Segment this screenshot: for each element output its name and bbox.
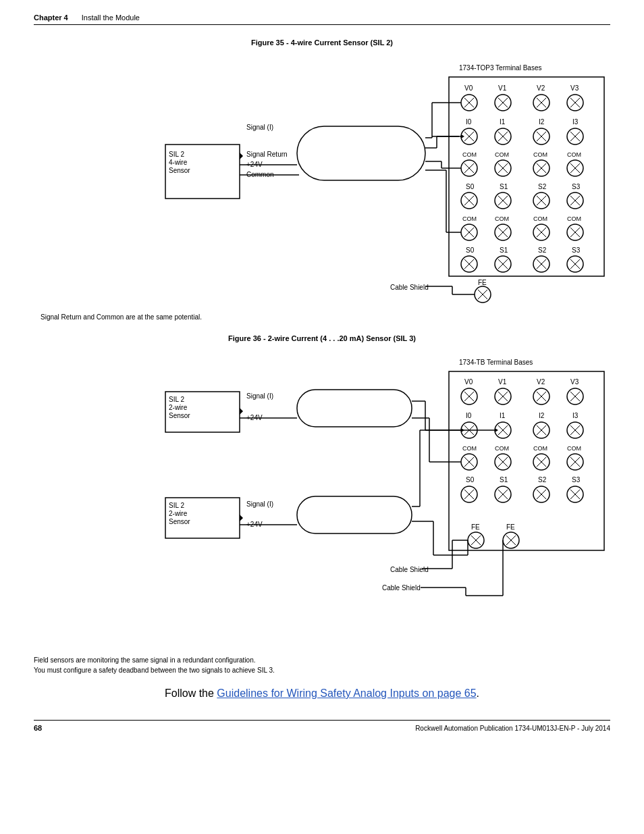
- svg-marker-215: [240, 408, 243, 415]
- chapter-title: Install the Module: [82, 14, 140, 22]
- figure35-title: Figure 35 - 4-wire Current Sensor (SIL 2…: [34, 38, 610, 47]
- follow-suffix: .: [477, 687, 479, 699]
- svg-text:S2: S2: [538, 476, 547, 484]
- svg-text:Sensor: Sensor: [169, 412, 190, 419]
- svg-text:SIL 2: SIL 2: [169, 151, 184, 158]
- publication-info: Rockwell Automation Publication 1734-UM0…: [415, 725, 610, 732]
- svg-text:COM: COM: [462, 151, 477, 158]
- svg-text:Signal (I): Signal (I): [246, 124, 273, 131]
- caption36-line2: You must configure a safety deadband bet…: [34, 667, 610, 674]
- svg-marker-230: [240, 515, 243, 521]
- page-header: Chapter 4 Install the Module: [34, 14, 610, 25]
- svg-text:S3: S3: [572, 476, 581, 484]
- svg-text:Signal (I): Signal (I): [246, 392, 273, 400]
- svg-text:S0: S0: [466, 183, 475, 190]
- svg-rect-107: [297, 126, 425, 180]
- svg-text:Signal Return: Signal Return: [246, 151, 288, 158]
- svg-rect-216: [297, 390, 412, 427]
- svg-text:V3: V3: [570, 84, 579, 92]
- figure36-title: Figure 36 - 2-wire Current (4 . . .20 mA…: [34, 334, 610, 342]
- svg-text:S0: S0: [466, 246, 475, 254]
- svg-text:COM: COM: [495, 215, 509, 222]
- svg-text:I1: I1: [500, 118, 506, 126]
- svg-text:COM: COM: [567, 215, 581, 222]
- terminal-label-35: 1734-TOP3 Terminal Bases: [459, 64, 541, 72]
- svg-text:V2: V2: [537, 84, 545, 92]
- figure36-diagram: 1734-TB Terminal Bases V0 V1 V2 V3 I0 I1: [34, 353, 610, 650]
- svg-text:FE: FE: [506, 523, 515, 531]
- chapter-label: Chapter 4: [34, 14, 68, 22]
- svg-text:Cable Shield: Cable Shield: [382, 584, 421, 592]
- svg-text:S3: S3: [572, 246, 581, 254]
- svg-text:COM: COM: [462, 215, 477, 222]
- svg-text:COM: COM: [567, 445, 581, 452]
- svg-text:S1: S1: [500, 476, 508, 484]
- svg-text:SIL 2: SIL 2: [169, 396, 184, 403]
- svg-text:Sensor: Sensor: [169, 518, 190, 525]
- guidelines-link[interactable]: Guidelines for Wiring Safety Analog Inpu…: [217, 687, 476, 699]
- svg-text:V1: V1: [498, 84, 507, 92]
- svg-text:COM: COM: [462, 445, 477, 452]
- figure35-diagram: 1734-TOP3 Terminal Bases V0 V1 V2 V3: [34, 57, 610, 307]
- svg-text:S0: S0: [466, 476, 475, 484]
- svg-text:Signal (I): Signal (I): [246, 500, 273, 508]
- svg-text:COM: COM: [567, 151, 581, 158]
- svg-text:I3: I3: [572, 118, 579, 126]
- svg-marker-122: [240, 153, 243, 159]
- svg-text:Cable Shield: Cable Shield: [390, 566, 429, 573]
- svg-text:S1: S1: [500, 246, 508, 254]
- svg-text:S2: S2: [538, 246, 547, 254]
- svg-text:COM: COM: [533, 151, 547, 158]
- svg-text:COM: COM: [533, 445, 547, 452]
- svg-text:I2: I2: [539, 118, 545, 126]
- svg-text:V0: V0: [464, 378, 473, 386]
- svg-text:I0: I0: [466, 118, 472, 126]
- svg-text:V1: V1: [498, 378, 507, 386]
- svg-text:COM: COM: [495, 445, 509, 452]
- svg-text:SIL 2: SIL 2: [169, 502, 184, 509]
- svg-text:1734-TB Terminal Bases: 1734-TB Terminal Bases: [459, 359, 533, 366]
- svg-text:I1: I1: [500, 412, 506, 419]
- follow-guidelines: Follow the Guidelines for Wiring Safety …: [34, 687, 610, 700]
- svg-marker-25: [461, 134, 464, 138]
- svg-text:COM: COM: [495, 151, 509, 158]
- svg-text:Sensor: Sensor: [169, 167, 190, 174]
- svg-text:FE: FE: [478, 279, 487, 286]
- svg-marker-168: [495, 428, 498, 432]
- svg-text:2-wire: 2-wire: [169, 510, 188, 517]
- svg-text:COM: COM: [533, 215, 547, 222]
- svg-text:S1: S1: [500, 183, 508, 190]
- svg-text:V3: V3: [570, 378, 579, 386]
- svg-text:I0: I0: [466, 412, 472, 419]
- svg-text:2-wire: 2-wire: [169, 404, 188, 411]
- svg-rect-231: [297, 496, 412, 533]
- svg-text:4-wire: 4-wire: [169, 159, 188, 166]
- svg-text:V2: V2: [537, 378, 545, 386]
- caption35: Signal Return and Common are at the same…: [41, 313, 610, 321]
- svg-text:S3: S3: [572, 183, 581, 190]
- svg-text:Cable Shield: Cable Shield: [390, 284, 429, 291]
- caption36-line1: Field sensors are monitoring the same si…: [34, 656, 610, 664]
- svg-text:V0: V0: [464, 84, 473, 92]
- svg-text:FE: FE: [471, 523, 480, 531]
- svg-text:I3: I3: [572, 412, 579, 419]
- svg-text:S2: S2: [538, 183, 547, 190]
- page-footer: 68 Rockwell Automation Publication 1734-…: [34, 720, 610, 732]
- svg-text:I2: I2: [539, 412, 545, 419]
- follow-prefix: Follow the: [165, 687, 217, 699]
- page-number: 68: [34, 724, 42, 732]
